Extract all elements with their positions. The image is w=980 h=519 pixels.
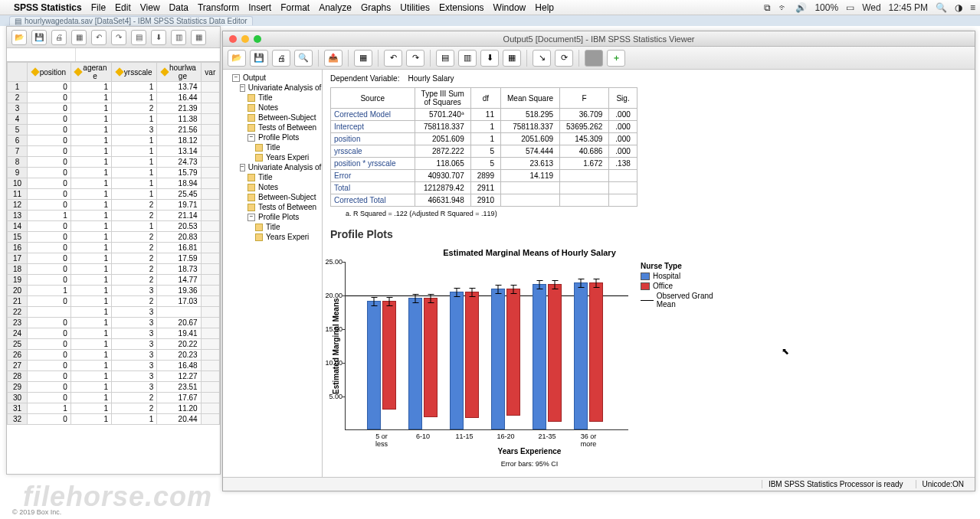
data-cell-empty[interactable]	[201, 178, 219, 189]
outline-item[interactable]: Title	[247, 93, 320, 103]
data-cell-empty[interactable]	[201, 328, 219, 339]
data-cell[interactable]: 1	[70, 93, 111, 103]
data-cell[interactable]: 1	[70, 275, 111, 286]
menu-extensions[interactable]: Extensions	[439, 2, 484, 13]
data-cell-empty[interactable]	[201, 393, 219, 403]
data-cell[interactable]: 19.41	[157, 328, 201, 339]
data-cell[interactable]: 1	[112, 157, 157, 168]
goto-var-viewer-icon[interactable]: ⬇	[480, 50, 499, 67]
row-header[interactable]: 5	[8, 125, 28, 135]
redo-icon[interactable]: ↷	[111, 30, 126, 45]
data-cell[interactable]: 0	[28, 414, 71, 425]
save-icon[interactable]: 💾	[31, 30, 47, 45]
data-cell[interactable]: 0	[28, 200, 71, 211]
data-cell[interactable]: 3	[112, 328, 157, 339]
undo-icon[interactable]: ↶	[91, 30, 107, 45]
data-cell[interactable]: 2	[112, 403, 157, 414]
column-header[interactable]: var	[201, 63, 219, 82]
row-header[interactable]: 13	[8, 211, 28, 221]
row-header[interactable]: 18	[8, 264, 28, 275]
row-header[interactable]: 8	[8, 157, 28, 168]
menu-data[interactable]: Data	[169, 2, 188, 13]
viewer-titlebar[interactable]: Output5 [Document5] - IBM SPSS Statistic…	[223, 31, 975, 47]
outline-item[interactable]: Years Experi	[255, 232, 320, 242]
row-header[interactable]: 23	[8, 318, 28, 328]
data-cell[interactable]: 1	[70, 253, 111, 264]
data-cell[interactable]: 1	[70, 328, 111, 339]
data-cell[interactable]: 1	[28, 286, 71, 296]
variables-icon[interactable]: ▥	[171, 30, 186, 45]
row-header[interactable]: 26	[8, 350, 28, 361]
wifi-icon[interactable]: ᯤ	[778, 2, 788, 13]
row-header[interactable]: 3	[8, 103, 28, 114]
data-cell[interactable]: 3	[112, 318, 157, 328]
row-header[interactable]: 27	[8, 361, 28, 371]
outline-item[interactable]: Notes	[247, 182, 320, 192]
outline-branch[interactable]: Univariate Analysis of	[240, 162, 320, 172]
data-cell[interactable]: 17.67	[157, 393, 201, 403]
data-cell[interactable]: 1	[112, 146, 157, 157]
outline-branch[interactable]: Profile Plots	[247, 132, 320, 142]
data-cell[interactable]: 1	[70, 103, 111, 114]
outline-item[interactable]: Title	[247, 172, 320, 182]
data-cell[interactable]: 20.44	[157, 414, 201, 425]
data-cell-empty[interactable]	[201, 221, 219, 232]
undo-viewer-icon[interactable]: ↶	[384, 50, 402, 67]
data-cell-empty[interactable]	[201, 361, 219, 371]
data-cell[interactable]: 1	[70, 393, 111, 403]
data-cell-empty[interactable]	[201, 232, 219, 243]
data-cell-empty[interactable]	[201, 339, 219, 350]
data-cell[interactable]: 1	[70, 318, 111, 328]
data-cell[interactable]: 17.03	[157, 296, 201, 307]
print-icon[interactable]: 🖨	[51, 30, 67, 45]
recall-dialog-icon[interactable]: ▦	[71, 30, 87, 45]
data-cell[interactable]: 1	[70, 178, 111, 189]
data-cell-empty[interactable]	[201, 403, 219, 414]
data-cell[interactable]: 0	[28, 339, 71, 350]
data-cell[interactable]: 1	[70, 414, 111, 425]
goto-var-icon[interactable]: ⬇	[151, 30, 166, 45]
data-cell[interactable]: 3	[112, 382, 157, 393]
output-viewer-window[interactable]: Output5 [Document5] - IBM SPSS Statistic…	[222, 31, 975, 491]
data-cell[interactable]: 2	[112, 264, 157, 275]
data-cell[interactable]: 3	[112, 361, 157, 371]
app-name[interactable]: SPSS Statistics	[14, 2, 82, 13]
data-cell-empty[interactable]	[201, 200, 219, 211]
goto-case-icon[interactable]: ▤	[131, 30, 146, 45]
data-cell[interactable]: 3	[112, 286, 157, 296]
data-cell-empty[interactable]	[201, 125, 219, 135]
menu-analyze[interactable]: Analyze	[319, 2, 352, 13]
goto-case-viewer-icon[interactable]: ▥	[458, 50, 477, 67]
add-icon[interactable]: ＋	[607, 50, 625, 67]
data-cell-empty[interactable]	[201, 275, 219, 286]
outline-item[interactable]: Years Experi	[255, 152, 320, 162]
column-header[interactable]: position	[28, 63, 71, 82]
data-cell[interactable]: 20.23	[157, 350, 201, 361]
select-last-icon[interactable]: ↘	[533, 50, 551, 67]
cell-editor-bar[interactable]	[7, 48, 220, 62]
data-cell-empty[interactable]	[201, 103, 219, 114]
menu-format[interactable]: Format	[280, 2, 310, 13]
data-cell[interactable]: 18.12	[157, 135, 201, 146]
row-header[interactable]: 4	[8, 114, 28, 125]
print-output-icon[interactable]: 🖨	[272, 50, 290, 67]
row-header[interactable]: 29	[8, 382, 28, 393]
data-cell[interactable]: 2	[112, 200, 157, 211]
data-cell[interactable]: 0	[28, 93, 71, 103]
data-cell-empty[interactable]	[201, 296, 219, 307]
profile-plot-chart[interactable]: Estimated Marginal Means of Hourly Salar…	[330, 248, 729, 468]
row-header[interactable]: 21	[8, 296, 28, 307]
data-cell-empty[interactable]	[201, 371, 219, 382]
redo-viewer-icon[interactable]: ↷	[406, 50, 424, 67]
background-tab[interactable]: ▤ hourlywagedata.sav [DataSet4] - IBM SP…	[9, 16, 253, 25]
data-cell[interactable]: 2	[112, 253, 157, 264]
data-cell[interactable]: 1	[70, 339, 111, 350]
data-cell-empty[interactable]	[201, 318, 219, 328]
menu-window[interactable]: Window	[493, 2, 526, 13]
data-cell[interactable]: 3	[112, 339, 157, 350]
data-cell[interactable]: 1	[70, 403, 111, 414]
data-cell[interactable]: 1	[70, 114, 111, 125]
data-cell[interactable]: 17.59	[157, 253, 201, 264]
minimize-icon[interactable]	[241, 35, 249, 43]
menu-edit[interactable]: Edit	[115, 2, 131, 13]
